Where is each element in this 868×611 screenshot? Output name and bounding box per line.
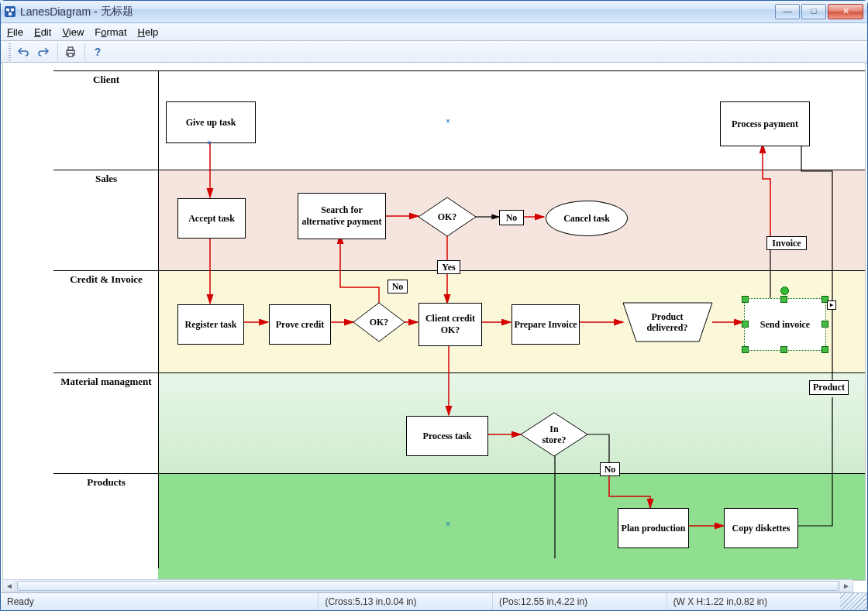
- status-cross: (Cross:5.13 in,0.04 in): [319, 593, 493, 610]
- node-client-credit-ok[interactable]: Client credit OK?: [418, 303, 482, 346]
- node-copy-diskettes[interactable]: Copy diskettes: [724, 508, 798, 548]
- app-icon: [4, 5, 16, 18]
- node-send-invoice[interactable]: Send invoice ▸: [744, 298, 826, 351]
- redo-button[interactable]: [34, 43, 53, 60]
- node-search-alt-payment[interactable]: Search for alternative payment: [298, 193, 386, 239]
- titlebar[interactable]: LanesDiagram - 无标题 — □ ✕: [1, 1, 867, 23]
- title-sep: -: [91, 5, 100, 18]
- sel-handle[interactable]: [742, 321, 749, 328]
- node-in-store[interactable]: In store?: [521, 413, 587, 456]
- node-register-task[interactable]: Register task: [177, 304, 244, 345]
- scroll-thumb[interactable]: [17, 581, 839, 591]
- h-scrollbar[interactable]: ◄ ►: [2, 579, 853, 592]
- close-button[interactable]: ✕: [828, 4, 863, 19]
- help-button[interactable]: ?: [88, 43, 107, 60]
- canvas-container: Client Sales Credit & Invoice Material m…: [2, 62, 866, 581]
- app-window: LanesDiagram - 无标题 — □ ✕ File Edit View …: [0, 0, 868, 611]
- maximize-button[interactable]: □: [801, 4, 826, 19]
- port-marker: ×: [446, 117, 450, 125]
- node-ok-sales[interactable]: OK?: [418, 197, 476, 236]
- sel-lock-icon[interactable]: ▸: [827, 300, 836, 310]
- edge-label-no-store: No: [600, 462, 620, 476]
- node-process-task[interactable]: Process task: [406, 416, 488, 456]
- print-button[interactable]: [61, 43, 80, 60]
- diagram-canvas[interactable]: Client Sales Credit & Invoice Material m…: [3, 63, 865, 568]
- svg-text:Product: Product: [651, 311, 683, 322]
- menu-view[interactable]: View: [62, 26, 84, 38]
- sel-handle[interactable]: [780, 346, 787, 353]
- sel-handle[interactable]: [822, 321, 828, 328]
- sel-handle[interactable]: [780, 296, 787, 303]
- node-ok-credit[interactable]: OK?: [353, 303, 405, 342]
- status-ready: Ready: [1, 593, 319, 610]
- toolbar-gripper: [9, 43, 11, 60]
- title-doc: 无标题: [101, 5, 133, 19]
- node-plan-production[interactable]: Plan production: [618, 508, 689, 548]
- svg-rect-5: [68, 47, 73, 50]
- resize-grip[interactable]: [840, 593, 867, 610]
- menubar: File Edit View Format Help: [1, 23, 867, 41]
- node-product-delivered[interactable]: Product delivered?: [623, 303, 712, 342]
- sel-handle[interactable]: [742, 296, 749, 303]
- edge-label-no-sales: No: [499, 210, 524, 225]
- edge-label-product: Product: [809, 380, 849, 395]
- svg-text:store?: store?: [542, 434, 566, 445]
- svg-rect-1: [6, 9, 9, 11]
- menu-edit[interactable]: Edit: [34, 26, 51, 38]
- sel-rotate-handle[interactable]: [780, 287, 789, 295]
- status-pos: (Pos:12.55 in,4.22 in): [493, 593, 667, 610]
- svg-rect-6: [68, 53, 73, 57]
- svg-text:OK?: OK?: [438, 211, 457, 222]
- menu-file[interactable]: File: [7, 26, 23, 38]
- toolbar: ?: [1, 41, 867, 64]
- svg-rect-3: [9, 13, 12, 15]
- undo-button[interactable]: [14, 43, 33, 60]
- toolbar-sep-2: [84, 43, 85, 60]
- node-accept-task[interactable]: Accept task: [177, 198, 246, 239]
- node-prove-credit[interactable]: Prove credit: [269, 304, 331, 345]
- edge-label-invoice: Invoice: [766, 236, 807, 250]
- edge-label-no-credit: No: [388, 280, 408, 293]
- sel-handle[interactable]: [822, 346, 828, 353]
- svg-text:?: ?: [95, 46, 102, 58]
- node-process-payment[interactable]: Process payment: [720, 101, 810, 146]
- minimize-button[interactable]: —: [775, 4, 800, 19]
- scroll-left-button[interactable]: ◄: [3, 580, 16, 592]
- node-cancel-task[interactable]: Cancel task: [546, 201, 628, 236]
- title-app: LanesDiagram: [20, 5, 91, 18]
- edge-label-yes: Yes: [437, 260, 460, 274]
- toolbar-sep-1: [57, 43, 58, 60]
- menu-help[interactable]: Help: [138, 26, 159, 38]
- port-marker: ×: [207, 139, 212, 147]
- port-marker: ×: [446, 520, 450, 528]
- sel-handle[interactable]: [742, 346, 749, 353]
- node-prepare-invoice[interactable]: Prepare Invoice: [512, 304, 580, 345]
- node-send-invoice-label: Send invoice: [760, 319, 810, 331]
- statusbar: Ready (Cross:5.13 in,0.04 in) (Pos:12.55…: [1, 592, 867, 610]
- svg-text:OK?: OK?: [370, 317, 389, 328]
- svg-rect-2: [11, 9, 14, 11]
- window-buttons: — □ ✕: [774, 2, 864, 22]
- svg-text:In: In: [549, 424, 559, 434]
- scroll-right-button[interactable]: ►: [839, 580, 852, 592]
- svg-text:delivered?: delivered?: [646, 322, 687, 333]
- status-size: (W X H:1.22 in,0.82 in): [667, 593, 841, 610]
- node-give-up-task[interactable]: Give up task: [166, 101, 256, 143]
- menu-format[interactable]: Format: [95, 26, 126, 38]
